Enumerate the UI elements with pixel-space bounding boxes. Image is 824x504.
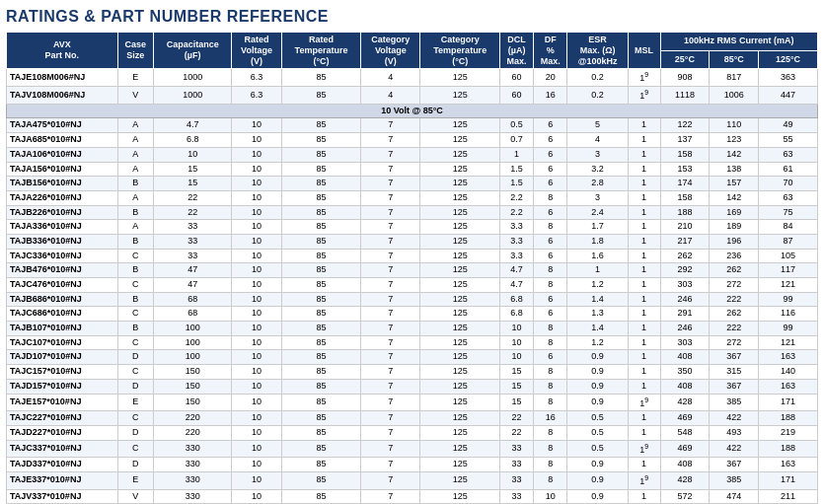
- data-cell: 6: [534, 133, 567, 148]
- data-cell: 7: [361, 118, 420, 133]
- table-row: TAJA106*010#NJA1010857125163115814263: [7, 147, 818, 162]
- data-cell: TAJC157*010#NJ: [7, 365, 118, 380]
- data-cell: 10: [232, 177, 281, 191]
- data-cell: 7: [361, 263, 420, 278]
- data-cell: 7: [361, 365, 420, 380]
- data-cell: E: [117, 69, 153, 87]
- data-cell: 4: [361, 87, 420, 105]
- data-cell: 4: [361, 69, 420, 87]
- data-cell: 7: [361, 394, 420, 411]
- data-cell: 8: [534, 220, 567, 235]
- msl-cell: 19: [628, 440, 660, 458]
- data-cell: 222: [710, 292, 759, 307]
- data-cell: 7: [361, 147, 420, 162]
- data-cell: 2.4: [567, 205, 628, 220]
- data-cell: 447: [759, 87, 818, 105]
- data-cell: 10: [232, 278, 281, 293]
- data-cell: 262: [710, 307, 759, 322]
- data-cell: 408: [660, 379, 710, 394]
- data-cell: 330: [153, 489, 231, 504]
- data-cell: 157: [710, 177, 759, 191]
- data-cell: 150: [153, 379, 231, 394]
- data-cell: TAJC686*010#NJ: [7, 307, 118, 322]
- data-cell: 4: [567, 133, 628, 148]
- data-cell: 8: [534, 335, 567, 350]
- data-cell: TAJA336*010#NJ: [7, 220, 118, 235]
- data-cell: 422: [710, 411, 759, 426]
- data-cell: 10: [232, 394, 281, 411]
- data-cell: TAJC107*010#NJ: [7, 335, 118, 350]
- data-cell: 100: [153, 335, 231, 350]
- data-cell: 125: [420, 307, 500, 322]
- data-cell: 6: [534, 162, 567, 177]
- data-cell: C: [117, 249, 153, 263]
- data-cell: 8: [534, 322, 567, 336]
- msl-cell: 1: [628, 292, 660, 307]
- data-cell: 63: [759, 190, 818, 205]
- data-cell: 171: [759, 471, 818, 489]
- msl-cell: 19: [628, 87, 660, 105]
- data-cell: 125: [420, 365, 500, 380]
- data-cell: 548: [660, 425, 710, 440]
- data-cell: 4.7: [499, 263, 533, 278]
- col-rms-125: 125°C: [759, 50, 818, 69]
- table-row: TAJB686*010#NJB68108571256.861.412462229…: [7, 292, 818, 307]
- data-cell: 408: [660, 350, 710, 365]
- data-cell: 85: [281, 205, 361, 220]
- data-cell: 7: [361, 133, 420, 148]
- data-cell: 85: [281, 147, 361, 162]
- data-cell: TAJA475*010#NJ: [7, 118, 118, 133]
- data-cell: 63: [759, 147, 818, 162]
- data-cell: 16: [534, 411, 567, 426]
- data-cell: 125: [420, 322, 500, 336]
- data-cell: 7: [361, 278, 420, 293]
- data-cell: 138: [710, 162, 759, 177]
- data-cell: 6: [534, 249, 567, 263]
- data-cell: TAJA156*010#NJ: [7, 162, 118, 177]
- data-cell: 75: [759, 205, 818, 220]
- data-cell: 7: [361, 458, 420, 472]
- data-cell: 6: [534, 177, 567, 191]
- data-cell: A: [117, 147, 153, 162]
- data-cell: 385: [710, 394, 759, 411]
- data-cell: 142: [710, 190, 759, 205]
- data-cell: A: [117, 118, 153, 133]
- data-cell: 6: [534, 205, 567, 220]
- data-cell: 1.2: [567, 278, 628, 293]
- msl-cell: 1: [628, 263, 660, 278]
- data-cell: 122: [660, 118, 710, 133]
- data-cell: 100: [153, 322, 231, 336]
- msl-cell: 1: [628, 234, 660, 249]
- data-cell: 85: [281, 190, 361, 205]
- table-row: TAJA226*010#NJA22108571252.283115814263: [7, 190, 818, 205]
- data-cell: 5: [567, 118, 628, 133]
- data-cell: 1.6: [567, 249, 628, 263]
- data-cell: 303: [660, 278, 710, 293]
- data-cell: 33: [499, 471, 533, 489]
- data-cell: 2.2: [499, 190, 533, 205]
- data-cell: 0.9: [567, 471, 628, 489]
- data-cell: 15: [153, 162, 231, 177]
- data-cell: 1: [499, 147, 533, 162]
- data-cell: 367: [710, 379, 759, 394]
- data-cell: 315: [710, 365, 759, 380]
- data-cell: 0.5: [499, 118, 533, 133]
- col-case: CaseSize: [117, 33, 153, 69]
- data-cell: 163: [759, 458, 818, 472]
- data-cell: B: [117, 177, 153, 191]
- data-cell: 68: [153, 307, 231, 322]
- msl-cell: 1: [628, 249, 660, 263]
- data-cell: 272: [710, 335, 759, 350]
- data-cell: 219: [759, 425, 818, 440]
- data-cell: 140: [759, 365, 818, 380]
- data-cell: 125: [420, 350, 500, 365]
- data-cell: A: [117, 162, 153, 177]
- data-cell: 1.7: [567, 220, 628, 235]
- data-cell: 493: [710, 425, 759, 440]
- data-cell: 85: [281, 458, 361, 472]
- data-cell: 85: [281, 489, 361, 504]
- table-row: TAJV108M006#NJV10006.385412560160.219111…: [7, 87, 818, 105]
- data-cell: 188: [660, 205, 710, 220]
- data-cell: 125: [420, 292, 500, 307]
- data-cell: A: [117, 190, 153, 205]
